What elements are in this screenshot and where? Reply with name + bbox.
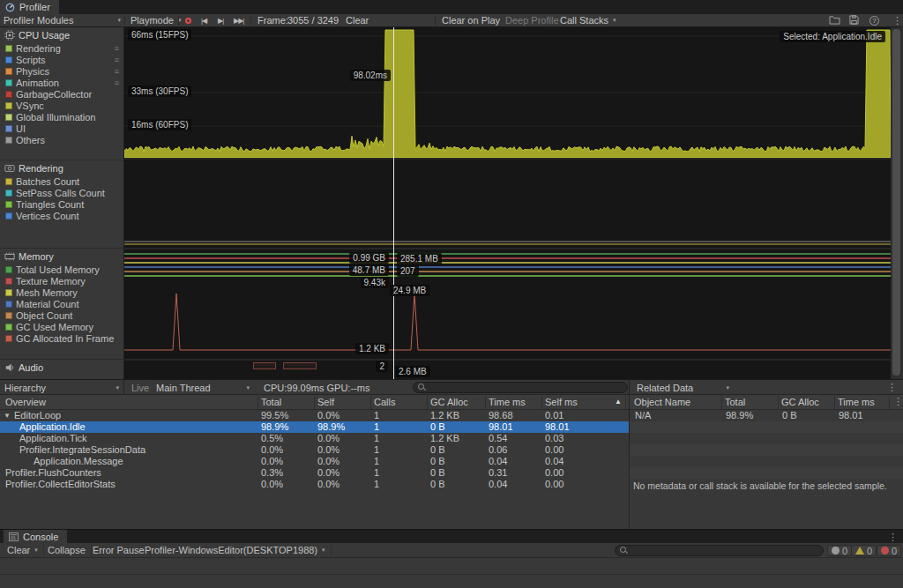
live-toggle[interactable]: Live [127,380,153,395]
scrollbar-thumb[interactable] [892,29,900,376]
playmode-target-dropdown[interactable]: Playmode ▾ [127,14,184,26]
save-profile-button[interactable] [846,14,862,26]
col-gc-alloc[interactable]: GC Alloc [430,395,468,409]
module-legend-item[interactable]: Total Used Memory [0,264,123,275]
module-legend-item[interactable]: Global Illumination [0,111,123,123]
col-calls[interactable]: Calls [374,395,395,409]
console-collapse-toggle[interactable]: Collapse [42,543,92,557]
details-row[interactable]: N/A98.9%0 B98.01 [630,410,903,421]
module-legend-item[interactable]: Others [0,134,123,145]
clear-button[interactable]: Clear [342,14,372,26]
console-target-dropdown[interactable]: Profiler-WindowsEditor(DESKTOP1988) ▾ [139,543,332,557]
console-splitter[interactable] [0,574,903,575]
help-button[interactable]: ? [866,14,883,26]
profiler-modules-dropdown[interactable]: Profiler Modules ▾ [0,14,124,26]
table-row[interactable]: Profiler.CollectEditorStats0.0%0.0%10 B0… [0,479,629,490]
prev-frame-button[interactable]: |◀ [198,14,210,26]
module-legend-item[interactable]: Material Count [0,298,123,309]
module-legend-item[interactable]: Physics≡ [0,65,123,77]
module-section-header[interactable]: Memory [0,249,123,264]
foldout-expanded-icon[interactable]: ▼ [4,410,11,421]
panel-divider[interactable] [629,379,630,529]
console-clear-button[interactable]: Clear ▾ [2,543,44,557]
console-search-field[interactable] [615,545,824,556]
details-menu-button[interactable]: ⋮ [883,380,901,395]
legend-color-swatch [5,278,12,285]
call-stacks-dropdown[interactable]: Call Stacks ▾ [556,14,620,26]
col-detail-total[interactable]: Total [725,395,745,409]
table-row[interactable]: Application.Message0.0%0.0%10 B0.040.04 [0,456,629,467]
console-menu-icon[interactable]: ⋮ [888,532,898,543]
module-legend-item[interactable]: Mesh Memory [0,287,123,298]
module-legend-item[interactable]: Object Count [0,309,123,321]
console-search-input[interactable] [631,546,818,555]
module-legend-item[interactable]: Triangles Count [0,198,123,210]
console-warning-toggle[interactable]: 0 [851,545,877,556]
related-data-dropdown[interactable]: Related Data ▾ [632,380,734,395]
table-row[interactable]: Application.Idle98.9%98.9%10 B98.0198.01 [0,421,629,433]
module-legend-item[interactable]: Texture Memory [0,275,123,287]
charts-scrollbar[interactable] [891,27,903,379]
profiler-toolbar: Profiler Modules ▾ Playmode ▾ |◀ ▶| ▶▶| … [0,14,903,27]
module-legend-item[interactable]: Vertices Count [0,210,123,221]
current-frame-button[interactable]: ▶▶| [230,14,247,26]
clear-on-play-button[interactable]: Clear on Play [438,14,504,26]
deep-profile-button[interactable]: Deep Profile [502,14,563,26]
next-frame-button[interactable]: ▶| [214,14,227,26]
audio-label-right: 2.6 MB [395,366,430,377]
module-legend-item[interactable]: Rendering≡ [0,42,123,54]
table-row[interactable]: Application.Tick0.5%0.0%11.2 KB0.540.03 [0,433,629,444]
table-row[interactable]: ▼EditorLoop99.5%0.0%11.2 KB98.680.01 [0,410,629,421]
module-legend-item[interactable]: Animation≡ [0,77,123,88]
col-detail-time[interactable]: Time ms [838,395,875,409]
drag-handle-icon[interactable]: ≡ [115,67,121,76]
col-overview[interactable]: Overview [5,395,46,409]
module-section-header[interactable]: Rendering [0,160,123,175]
console-error-toggle[interactable]: 0 [877,545,901,556]
module-legend-item[interactable]: Scripts≡ [0,54,123,65]
folder-open-icon [829,15,840,26]
hierarchy-search-input[interactable] [429,383,623,392]
drag-handle-icon[interactable]: ≡ [115,44,121,53]
module-sidebar: CPU UsageRendering≡Scripts≡Physics≡Anima… [0,27,124,379]
memory-chart[interactable] [124,249,891,359]
row-value: 1 [374,410,379,421]
drag-handle-icon[interactable]: ≡ [115,78,121,87]
module-legend-item[interactable]: Batches Count [0,175,123,187]
hierarchy-search-field[interactable] [413,382,628,393]
rendering-chart[interactable] [124,160,891,248]
col-object-name[interactable]: Object Name [634,395,690,409]
console-info-toggle[interactable]: 0 [827,545,852,556]
col-self-ms[interactable]: Self ms [545,395,578,409]
table-row[interactable]: Profiler.IntegrateSessionData0.0%0.0%10 … [0,444,629,456]
module-legend-item[interactable]: GC Used Memory [0,321,123,332]
details-header-menu-icon[interactable]: ⋮ [893,396,903,407]
charts-area[interactable]: 66ms (15FPS) 33ms (30FPS) 16ms (60FPS) 9… [124,27,891,379]
drag-handle-icon[interactable]: ≡ [115,56,121,64]
cpu-chart[interactable] [124,27,891,158]
record-button[interactable] [182,14,195,26]
tab-console[interactable]: Console [4,530,67,544]
hierarchy-view-dropdown[interactable]: Hierarchy ▾ [0,380,124,395]
module-legend-item[interactable]: SetPass Calls Count [0,187,123,198]
module-section-header[interactable]: Audio [0,360,123,375]
thread-dropdown[interactable]: Main Thread ▾ [152,380,254,395]
col-detail-gc[interactable]: GC Alloc [781,395,819,409]
details-value: 98.9% [726,410,753,421]
module-legend-item[interactable]: UI [0,123,123,134]
col-total[interactable]: Total [261,395,281,409]
load-profile-button[interactable] [825,14,844,26]
table-row[interactable]: Profiler.FlushCounters0.3%0.0%10 B0.310.… [0,467,629,479]
audio-chart[interactable] [124,361,891,379]
module-legend-item[interactable]: GC Allocated In Frame [0,332,123,344]
module-legend-item[interactable]: VSync [0,100,123,111]
col-self[interactable]: Self [317,395,334,409]
window-menu-button[interactable]: ⋮ [889,14,903,26]
module-section-header[interactable]: CPU Usage [0,27,123,42]
playhead[interactable] [393,27,394,379]
grid-label-16ms: 16ms (60FPS) [128,119,191,130]
legend-color-swatch [5,212,12,220]
col-time-ms[interactable]: Time ms [489,395,526,409]
tab-profiler[interactable]: Profiler [0,0,59,14]
module-legend-item[interactable]: GarbageCollector [0,88,123,100]
